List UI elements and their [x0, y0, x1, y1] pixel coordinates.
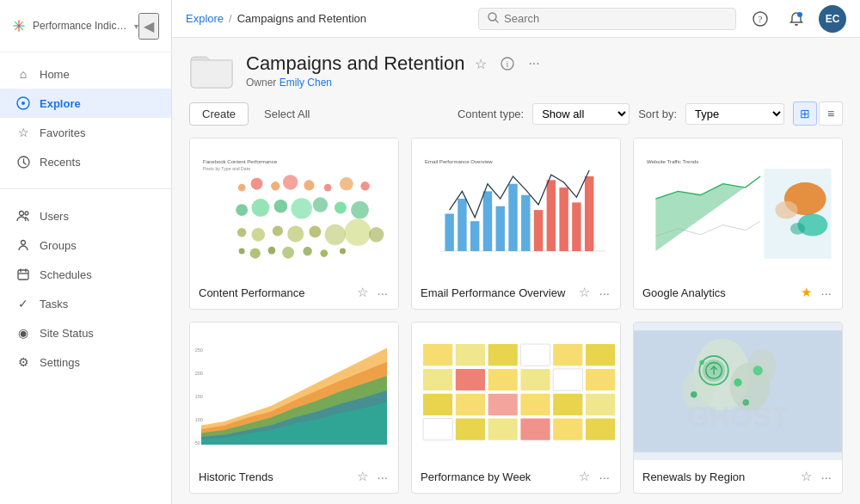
card-more-performance-by-week[interactable]: ···	[597, 468, 611, 486]
card-thumb-google-analytics: Website Traffic Trends	[634, 138, 842, 276]
select-all-button[interactable]: Select All	[257, 103, 316, 125]
svg-point-10	[20, 212, 24, 216]
sidebar-item-groups-label: Groups	[40, 239, 77, 252]
breadcrumb-separator: /	[229, 12, 232, 25]
svg-point-125	[734, 378, 741, 386]
svg-rect-105	[456, 394, 485, 415]
svg-point-48	[344, 219, 371, 246]
svg-rect-107	[520, 394, 550, 415]
card-more-renewals-by-region[interactable]: ···	[819, 468, 833, 486]
svg-text:Posts by Type and Date: Posts by Type and Date	[203, 166, 250, 171]
sidebar-item-favorites[interactable]: ☆ Favorites	[0, 118, 171, 147]
avatar[interactable]: EC	[819, 5, 846, 33]
svg-point-4	[18, 25, 21, 28]
sidebar-item-home-label: Home	[40, 68, 70, 81]
card-email-performance[interactable]: Email Performance Overview	[411, 138, 621, 310]
svg-point-79	[790, 223, 805, 235]
svg-rect-92	[423, 344, 452, 366]
folder-owner: Owner Emily Chen	[246, 77, 544, 89]
svg-point-28	[251, 178, 263, 190]
card-content-performance[interactable]: Facebook Content Performance Posts by Ty…	[189, 138, 399, 310]
card-footer-performance-by-week: Performance by Week ☆ ···	[412, 460, 620, 493]
svg-rect-99	[456, 369, 485, 390]
svg-point-40	[335, 202, 347, 214]
main-nav: ⌂ Home Explore ☆ Favorites	[0, 52, 171, 183]
svg-rect-60	[445, 213, 453, 250]
search-bar[interactable]	[478, 8, 736, 30]
owner-link[interactable]: Emily Chen	[280, 77, 332, 89]
svg-text:Website Traffic Trends: Website Traffic Trends	[647, 158, 698, 164]
sidebar-item-users[interactable]: Users	[0, 201, 171, 230]
svg-point-12	[22, 241, 26, 245]
sidebar-item-groups[interactable]: Groups	[0, 230, 171, 260]
card-star-performance-by-week[interactable]: ☆	[577, 467, 592, 486]
svg-rect-113	[520, 419, 550, 440]
card-star-renewals-by-region[interactable]: ☆	[799, 467, 814, 486]
svg-point-47	[325, 224, 346, 245]
card-star-historic-trends[interactable]: ☆	[355, 467, 370, 486]
svg-point-45	[287, 225, 304, 242]
svg-rect-115	[586, 419, 615, 440]
admin-nav: Users Groups Schedules	[0, 194, 171, 384]
sidebar-item-settings[interactable]: ⚙ Settings	[0, 347, 171, 377]
svg-rect-13	[18, 270, 28, 280]
site-status-icon: ◉	[15, 325, 31, 341]
svg-rect-104	[423, 394, 452, 415]
card-star-email-performance[interactable]: ☆	[577, 283, 592, 302]
card-star-content-performance[interactable]: ☆	[355, 283, 370, 302]
sidebar-item-explore[interactable]: Explore	[0, 89, 171, 118]
grid-view-button[interactable]: ⊞	[793, 101, 817, 126]
svg-rect-100	[488, 369, 518, 390]
svg-point-32	[324, 184, 332, 192]
svg-point-6	[22, 101, 25, 105]
card-star-google-analytics[interactable]: ★	[799, 283, 814, 302]
search-input[interactable]	[504, 12, 727, 25]
sidebar-item-recents[interactable]: Recents	[0, 147, 171, 176]
svg-rect-112	[488, 419, 518, 440]
card-historic-trends[interactable]: 250 200 150 100 50 Historic Trends ☆ ···	[189, 322, 399, 494]
card-more-content-performance[interactable]: ···	[375, 284, 390, 302]
card-performance-by-week[interactable]: Performance by Week ☆ ···	[411, 322, 621, 494]
list-view-button[interactable]: ≡	[819, 101, 843, 126]
svg-rect-106	[488, 394, 518, 415]
card-thumb-content-performance: Facebook Content Performance Posts by Ty…	[190, 138, 398, 276]
svg-point-49	[369, 227, 384, 242]
sidebar-item-site-status-label: Site Status	[40, 327, 94, 340]
content-type-select[interactable]: Show all Workbooks Data Sources	[532, 103, 630, 125]
folder-star-button[interactable]: ☆	[471, 54, 490, 74]
sidebar-item-tasks[interactable]: ✓ Tasks	[0, 289, 171, 318]
card-google-analytics[interactable]: Website Traffic Trends	[633, 138, 843, 310]
svg-rect-103	[586, 369, 615, 390]
card-more-historic-trends[interactable]: ···	[375, 468, 390, 486]
folder-info-button[interactable]: i	[497, 55, 518, 72]
tasks-icon: ✓	[15, 296, 31, 311]
folder-more-button[interactable]: ···	[525, 54, 543, 73]
folder-title: Campaigns and Retention ☆ i ···	[246, 52, 544, 75]
breadcrumb-explore[interactable]: Explore	[186, 12, 224, 25]
card-thumb-email-performance: Email Performance Overview	[412, 138, 620, 276]
svg-text:250: 250	[195, 347, 203, 353]
sidebar-item-users-label: Users	[40, 210, 69, 223]
sidebar-item-site-status[interactable]: ◉ Site Status	[0, 318, 171, 347]
svg-rect-70	[572, 202, 580, 251]
svg-point-54	[303, 247, 311, 255]
card-more-email-performance[interactable]: ···	[597, 284, 611, 302]
svg-point-56	[340, 248, 346, 254]
svg-text:100: 100	[195, 417, 203, 422]
help-button[interactable]: ?	[746, 5, 774, 33]
favorites-icon: ☆	[15, 125, 31, 140]
svg-point-77	[775, 201, 797, 219]
sidebar-collapse-button[interactable]: ◀	[138, 13, 159, 40]
sidebar-item-home[interactable]: ⌂ Home	[0, 59, 171, 89]
app-logo	[12, 10, 26, 41]
card-renewals-by-region[interactable]: GHOST Renewals by Region ☆ ···	[633, 322, 843, 494]
sort-select[interactable]: Type Name Date Modified	[685, 103, 784, 125]
notifications-button[interactable]	[783, 5, 810, 33]
recents-icon	[15, 154, 31, 169]
sidebar-item-schedules[interactable]: Schedules	[0, 260, 171, 289]
create-button[interactable]: Create	[189, 102, 249, 126]
svg-rect-108	[553, 394, 582, 415]
svg-text:GHOST: GHOST	[686, 401, 789, 433]
card-more-google-analytics[interactable]: ···	[819, 284, 833, 302]
svg-point-11	[25, 212, 28, 215]
